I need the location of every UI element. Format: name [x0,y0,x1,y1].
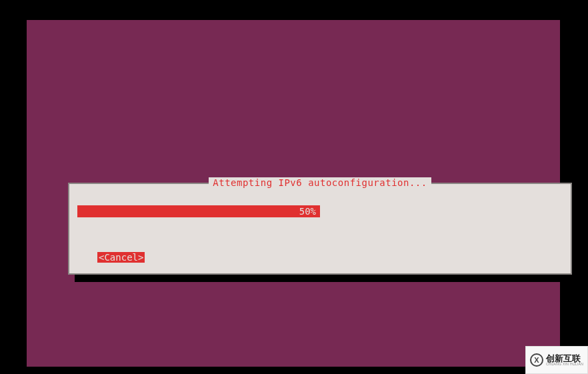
dialog-title: Attempting IPv6 autoconfiguration... [209,177,431,188]
watermark-logo-icon: X [530,353,543,367]
progress-dialog: Attempting IPv6 autoconfiguration... 50%… [68,183,572,275]
watermark-logo-glyph: X [534,356,539,364]
watermark-text-block: 创新互联 CHUANG XIN HULIAN [546,354,583,366]
watermark-sub-text: CHUANG XIN HULIAN [546,363,583,366]
dialog-title-bar: Attempting IPv6 autoconfiguration... [69,177,571,188]
cancel-button[interactable]: <Cancel> [97,252,145,263]
installer-screen: Attempting IPv6 autoconfiguration... 50%… [27,20,560,367]
progress-bar-fill: 50% [77,205,320,217]
progress-percent-label: 50% [77,206,320,217]
progress-bar-track: 50% [77,205,563,217]
watermark-badge: X 创新互联 CHUANG XIN HULIAN [525,346,588,374]
